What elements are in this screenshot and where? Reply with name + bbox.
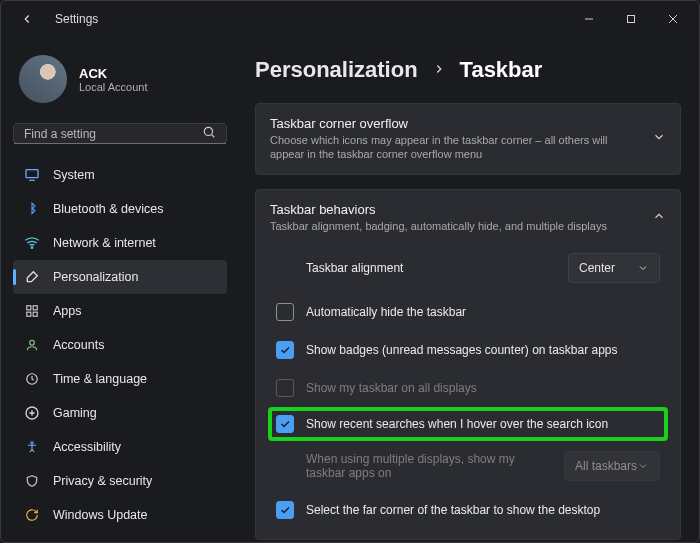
breadcrumb: Personalization Taskbar (255, 53, 681, 89)
accessibility-icon (23, 438, 41, 456)
svg-rect-4 (26, 170, 38, 178)
row-label: Show my taskbar on all displays (306, 381, 660, 395)
nav-label: Apps (53, 304, 82, 318)
checkbox-all-displays (276, 379, 294, 397)
overflow-card[interactable]: Taskbar corner overflow Choose which ico… (255, 103, 681, 175)
breadcrumb-current: Taskbar (460, 57, 543, 83)
row-label: Show recent searches when I hover over t… (306, 417, 660, 431)
sidebar-item-accessibility[interactable]: Accessibility (13, 430, 227, 464)
card-title: Taskbar behaviors (270, 202, 652, 217)
checkbox-auto-hide[interactable] (276, 303, 294, 321)
behaviors-panel: Taskbar behaviors Taskbar alignment, bad… (255, 189, 681, 540)
user-block[interactable]: ACK Local Account (13, 45, 227, 117)
close-button[interactable] (653, 5, 693, 33)
paintbrush-icon (23, 268, 41, 286)
svg-rect-1 (628, 16, 635, 23)
sidebar-item-apps[interactable]: Apps (13, 294, 227, 328)
sidebar-item-personalization[interactable]: Personalization (13, 260, 227, 294)
row-label: When using multiple displays, show my ta… (306, 452, 552, 480)
content-area: Personalization Taskbar Taskbar corner o… (237, 37, 699, 542)
card-subtitle: Taskbar alignment, badging, automaticall… (270, 219, 652, 233)
row-label: Automatically hide the taskbar (306, 305, 660, 319)
avatar (19, 55, 67, 103)
row-label: Show badges (unread messages counter) on… (306, 343, 660, 357)
sidebar-item-network[interactable]: Network & internet (13, 226, 227, 260)
window-controls (569, 5, 693, 33)
row-label: Taskbar alignment (306, 261, 556, 275)
sidebar-item-privacy[interactable]: Privacy & security (13, 464, 227, 498)
card-title: Taskbar corner overflow (270, 116, 642, 131)
update-icon (23, 506, 41, 524)
row-recent-searches[interactable]: Show recent searches when I hover over t… (270, 409, 666, 439)
nav-label: Personalization (53, 270, 138, 284)
nav-label: Time & language (53, 372, 147, 386)
behaviors-header[interactable]: Taskbar behaviors Taskbar alignment, bad… (256, 190, 680, 245)
card-subtitle: Choose which icons may appear in the tas… (270, 133, 642, 162)
gaming-icon (23, 404, 41, 422)
svg-line-3 (212, 135, 215, 138)
wifi-icon (23, 234, 41, 252)
nav-label: Accessibility (53, 440, 121, 454)
svg-rect-10 (33, 312, 37, 316)
sidebar-item-update[interactable]: Windows Update (13, 498, 227, 532)
chevron-down-icon (652, 130, 666, 147)
sidebar-item-accounts[interactable]: Accounts (13, 328, 227, 362)
nav-label: Bluetooth & devices (53, 202, 164, 216)
nav-label: Gaming (53, 406, 97, 420)
svg-rect-9 (27, 312, 31, 316)
nav-list: System Bluetooth & devices Network & int… (13, 158, 227, 532)
row-label: Select the far corner of the taskbar to … (306, 503, 660, 517)
apps-icon (23, 302, 41, 320)
row-auto-hide[interactable]: Automatically hide the taskbar (270, 295, 666, 329)
sidebar-item-system[interactable]: System (13, 158, 227, 192)
maximize-button[interactable] (611, 5, 651, 33)
svg-point-6 (31, 247, 32, 248)
window-title: Settings (55, 12, 98, 26)
row-badges[interactable]: Show badges (unread messages counter) on… (270, 333, 666, 367)
svg-point-11 (30, 340, 35, 345)
checkbox-recent-searches[interactable] (276, 415, 294, 433)
search-input[interactable] (24, 127, 196, 141)
system-icon (23, 166, 41, 184)
checkbox-far-corner[interactable] (276, 501, 294, 519)
bluetooth-icon (23, 200, 41, 218)
chevron-down-icon (637, 460, 649, 472)
person-icon (23, 336, 41, 354)
sidebar: ACK Local Account System Bluetooth & dev… (1, 37, 237, 542)
search-icon (202, 125, 216, 142)
chevron-up-icon (652, 209, 666, 226)
chevron-down-icon (637, 262, 649, 274)
nav-label: Network & internet (53, 236, 156, 250)
svg-point-14 (31, 442, 33, 444)
row-far-corner[interactable]: Select the far corner of the taskbar to … (270, 493, 666, 527)
svg-rect-7 (27, 306, 31, 310)
shield-icon (23, 472, 41, 490)
arrow-left-icon (20, 12, 34, 26)
nav-label: Windows Update (53, 508, 148, 522)
breadcrumb-parent[interactable]: Personalization (255, 57, 418, 83)
user-name: ACK (79, 66, 148, 81)
sidebar-item-bluetooth[interactable]: Bluetooth & devices (13, 192, 227, 226)
user-subtitle: Local Account (79, 81, 148, 93)
alignment-select[interactable]: Center (568, 253, 660, 283)
search-field[interactable] (13, 123, 227, 144)
chevron-right-icon (432, 60, 446, 81)
multi-apps-select: All taskbars (564, 451, 660, 481)
svg-point-2 (204, 127, 212, 135)
sidebar-item-time[interactable]: Time & language (13, 362, 227, 396)
sidebar-item-gaming[interactable]: Gaming (13, 396, 227, 430)
titlebar: Settings (1, 1, 699, 37)
checkbox-badges[interactable] (276, 341, 294, 359)
select-value: Center (579, 261, 615, 275)
nav-label: Accounts (53, 338, 104, 352)
back-button[interactable] (15, 7, 39, 31)
clock-icon (23, 370, 41, 388)
nav-label: System (53, 168, 95, 182)
svg-rect-8 (33, 306, 37, 310)
nav-label: Privacy & security (53, 474, 152, 488)
minimize-button[interactable] (569, 5, 609, 33)
row-multi-apps: When using multiple displays, show my ta… (270, 443, 666, 489)
select-value: All taskbars (575, 459, 637, 473)
row-all-displays: Show my taskbar on all displays (270, 371, 666, 405)
row-alignment: Taskbar alignment Center (270, 245, 666, 291)
